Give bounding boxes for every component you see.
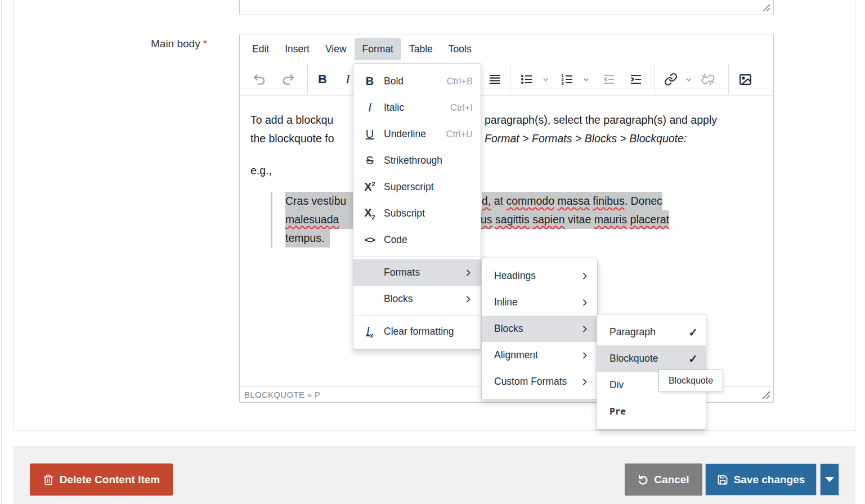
chevron-down-icon [582,75,590,84]
menubar-tools[interactable]: Tools [441,38,479,60]
ordered-list-button[interactable]: 123 [556,68,579,91]
misspelled-word: malesuada [285,213,339,226]
undo-button[interactable] [248,68,271,91]
menu-item-code[interactable]: <> Code [353,227,481,253]
editor-paragraph-eg[interactable]: e.g., [250,161,272,180]
indent-button[interactable] [625,68,647,91]
blockquote-selected-fragment[interactable]: us sagittis sapien vitae mauris placerat [481,210,669,229]
svg-text:3: 3 [562,81,564,86]
required-asterisk: * [203,38,207,50]
menu-item-clear-formatting[interactable]: Ix Clear formatting [353,318,481,345]
submenu-item-paragraph[interactable]: Paragraph ✓ [597,319,706,345]
chevron-right-icon [580,351,589,360]
textarea-field[interactable] [239,0,774,15]
outdent-button[interactable] [598,68,620,91]
editor-paragraph-fragment-italic[interactable]: Format > Formats > Blocks > Blockquote: [485,129,687,148]
insert-image-button[interactable] [734,68,756,91]
chevron-right-icon [580,325,589,334]
italic-icon: I [361,101,378,114]
menu-item-superscript[interactable]: X2 Superscript [353,174,481,200]
page-left-border [1,0,2,504]
chevron-right-icon [580,272,589,281]
unlink-icon [701,73,715,86]
check-icon: ✓ [688,352,698,366]
page: Main body* Edit Insert View Format Table… [0,0,865,504]
menubar-edit[interactable]: Edit [244,38,277,60]
submenu-item-blocks[interactable]: Blocks [482,316,597,342]
menu-separator [353,256,481,256]
formats-submenu: Headings Inline Blocks Alignment Custom … [481,258,598,400]
menu-separator [353,315,481,316]
trash-icon [43,474,54,485]
ordered-list-dropdown[interactable] [580,71,592,87]
chevron-right-icon [580,298,589,307]
redo-button[interactable] [277,68,299,91]
menubar-view[interactable]: View [317,38,355,60]
submenu-item-alignment[interactable]: Alignment [482,342,597,368]
editor-paragraph-fragment[interactable]: paragraph(s), select the paragraph(s) an… [485,111,717,129]
field-label-main-body: Main body* [151,38,207,50]
toolbar-separator [728,64,729,94]
ordered-list-icon: 123 [561,73,574,86]
cancel-button[interactable]: Cancel [625,464,702,496]
editor-toolbar: B I 123 [240,64,773,96]
toolbar-separator [510,64,510,94]
menu-item-subscript[interactable]: X2 Subscript [353,200,481,227]
element-path[interactable]: BLOCKQUOTE » P [244,390,320,399]
editor-menubar: Edit Insert View Format Table Tools [240,34,773,64]
blockquote-selected-fragment[interactable]: Cras vestibu [285,192,353,210]
submenu-item-custom-formats[interactable]: Custom Formats [482,368,597,395]
superscript-icon: X2 [361,181,378,194]
align-justify-button[interactable] [483,68,506,91]
menu-item-blocks[interactable]: Blocks [353,286,481,312]
chevron-right-icon [464,268,473,277]
submenu-item-blockquote[interactable]: Blockquote ✓ [597,345,706,372]
editor-paragraph-fragment[interactable]: the blockquote fo [250,129,353,148]
strikethrough-icon: S [361,154,378,167]
field-label-text: Main body [151,38,200,50]
selection-highlight: tempus. [285,229,330,248]
unordered-list-button[interactable] [516,68,538,91]
menu-item-strikethrough[interactable]: S Strikethrough [353,147,481,174]
blockquote-selected-fragment[interactable]: malesuada [285,210,353,229]
unordered-list-dropdown[interactable] [539,71,552,87]
submenu-item-headings[interactable]: Headings [482,263,597,289]
menu-item-italic[interactable]: I Italic Ctrl+I [353,94,481,121]
tooltip-blockquote: Blockquote [658,370,723,392]
editor-paragraph-fragment[interactable]: To add a blockqu [250,111,353,129]
menubar-format[interactable]: Format [355,38,401,60]
toolbar-separator [307,64,308,94]
blockquote-selected-fragment[interactable]: tempus. [285,229,330,248]
delete-content-item-button[interactable]: Delete Content Item [30,464,173,496]
outdent-icon [602,73,616,86]
bold-button[interactable]: B [311,68,334,91]
check-icon: ✓ [688,326,698,339]
menubar-table[interactable]: Table [401,38,441,60]
submenu-item-inline[interactable]: Inline [482,289,597,316]
blockquote-selected-fragment[interactable]: d, at commodo massa finibus. Donec [482,192,662,210]
chevron-right-icon [464,295,473,304]
menu-item-underline[interactable]: U Underline Ctrl+U [353,121,481,147]
code-icon: <> [361,235,378,246]
align-justify-icon [488,73,501,86]
bold-icon: B [361,75,378,88]
image-icon [738,73,752,87]
unordered-list-icon [520,73,534,86]
save-options-dropdown-button[interactable] [820,464,839,496]
chevron-down-icon [684,75,693,84]
link-dropdown[interactable] [682,71,694,87]
save-changes-button[interactable]: Save changes [705,464,817,496]
link-button[interactable] [660,68,682,91]
unlink-button[interactable] [697,68,719,91]
menu-item-bold[interactable]: B Bold Ctrl+B [353,68,481,94]
menubar-insert[interactable]: Insert [277,38,317,60]
save-icon [717,474,728,485]
resize-grip-icon[interactable] [762,3,770,12]
blockquote-left-border [271,192,272,248]
submenu-item-pre[interactable]: Pre [597,398,706,425]
editor-resize-grip-icon[interactable] [761,390,770,399]
caret-down-icon [825,477,834,482]
chevron-right-icon [580,377,589,386]
redo-icon [281,72,295,87]
menu-item-formats[interactable]: Formats [353,259,481,286]
